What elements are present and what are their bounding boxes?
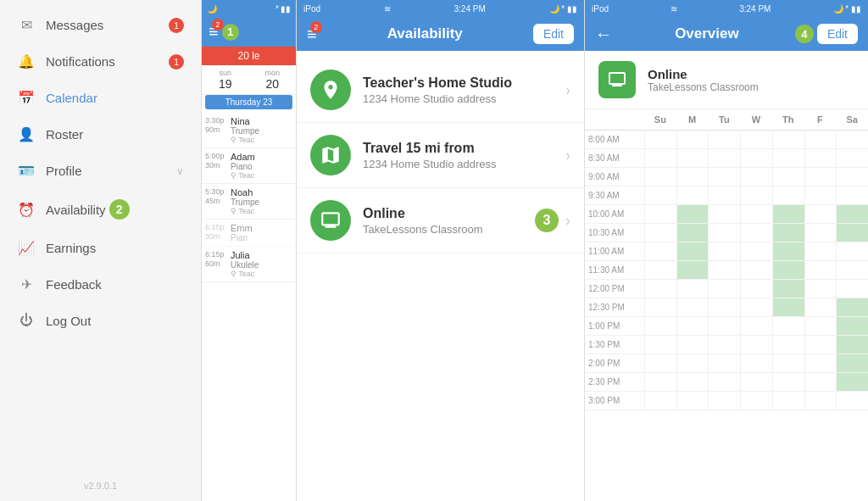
grid-cell xyxy=(836,317,868,335)
calendar-phone: 🌙 * ▮▮ ≡ 2 1 20 le sun 19 mon 20 Thursda… xyxy=(202,0,297,501)
step1-badge: 1 xyxy=(222,24,239,41)
grid-cell xyxy=(644,186,676,204)
sidebar-nav: ✉ Messages 1 🔔 Notifications 1 📅 Calenda… xyxy=(0,0,201,470)
overview-time-label: 3:24 PM xyxy=(739,4,771,14)
calendar-days-header: sun 19 mon 20 xyxy=(202,65,296,95)
grid-cell xyxy=(676,224,709,242)
grid-cell xyxy=(772,317,804,335)
grid-day-m: M xyxy=(676,113,709,126)
grid-cell xyxy=(644,280,676,298)
bell-icon: 🔔 xyxy=(17,53,36,70)
calendar-entry-nina[interactable]: 3:30p90m Nina Trumpe ⚲ Teac xyxy=(202,113,296,148)
calendar-entry-emma[interactable]: 6:15p30m Emm Pian xyxy=(202,220,296,247)
grid-cell xyxy=(708,242,740,260)
grid-cell xyxy=(676,392,709,409)
home-studio-subtitle: 1234 Home Studio address xyxy=(363,92,565,105)
time-label: 9:00 AM xyxy=(585,168,644,186)
back-button[interactable]: ← xyxy=(595,25,612,44)
wifi-icon: ≋ xyxy=(384,4,391,14)
sidebar-item-availability[interactable]: ⏰ Availability 2 xyxy=(0,189,201,230)
sidebar-item-profile[interactable]: 🪪 Profile ∨ xyxy=(0,153,201,189)
availability-menu-badge: 2 xyxy=(310,21,322,33)
person-icon: 👤 xyxy=(17,126,36,142)
step2-badge: 2 xyxy=(109,199,130,220)
grid-cell xyxy=(804,354,837,372)
grid-cell xyxy=(772,392,804,409)
grid-row: 8:00 AM xyxy=(585,131,868,149)
availability-item-home-studio[interactable]: Teacher's Home Studio 1234 Home Studio a… xyxy=(297,58,584,123)
grid-cell xyxy=(708,186,740,204)
time-label: 12:00 PM xyxy=(585,280,644,298)
sidebar-item-calendar[interactable]: 📅 Calendar xyxy=(0,80,201,116)
grid-cell xyxy=(836,205,868,223)
availability-list: Teacher's Home Studio 1234 Home Studio a… xyxy=(297,51,584,501)
grid-cell xyxy=(708,131,740,148)
home-studio-title: Teacher's Home Studio xyxy=(363,75,565,91)
mail-icon: ✉ xyxy=(17,17,36,33)
grid-day-w: W xyxy=(740,113,772,126)
grid-cell xyxy=(644,168,676,186)
grid-cell xyxy=(644,317,676,335)
calendar-entry-adam[interactable]: 5:00p30m Adam Piano ⚲ Teac xyxy=(202,148,296,184)
grid-cell xyxy=(708,373,740,391)
sidebar-item-roster[interactable]: 👤 Roster xyxy=(0,116,201,153)
monitor-icon-wrap xyxy=(310,200,351,241)
grid-day-tu: Tu xyxy=(708,113,740,126)
travel-chevron: › xyxy=(565,147,570,164)
grid-cell xyxy=(676,298,709,316)
version-label: v2.9.0.1 xyxy=(0,470,201,501)
overview-header: ← Overview 4 Edit xyxy=(585,17,868,51)
availability-edit-button[interactable]: Edit xyxy=(533,24,574,44)
grid-cell xyxy=(836,336,868,353)
step4-badge: 4 xyxy=(795,25,814,43)
time-label: 11:30 AM xyxy=(585,261,644,279)
availability-item-travel[interactable]: Travel 15 mi from 1234 Home Studio addre… xyxy=(297,123,584,188)
grid-cell xyxy=(644,242,676,260)
calendar-status-bar: 🌙 * ▮▮ xyxy=(202,0,296,17)
grid-cell xyxy=(804,224,837,242)
overview-location-subtitle: TakeLessons Classroom xyxy=(648,81,759,93)
grid-cell xyxy=(676,168,709,186)
travel-title: Travel 15 mi from xyxy=(363,141,565,156)
grid-cell xyxy=(740,205,772,223)
availability-item-online[interactable]: Online TakeLessons Classroom 3 › xyxy=(297,188,584,253)
hamburger-menu-btn[interactable]: ≡ 2 xyxy=(209,22,219,42)
availability-menu-btn[interactable]: ≡ 2 xyxy=(307,25,317,44)
sidebar-item-notifications[interactable]: 🔔 Notifications 1 xyxy=(0,43,201,80)
chart-icon: 📈 xyxy=(17,240,36,256)
sidebar-item-messages[interactable]: ✉ Messages 1 xyxy=(0,7,201,43)
grid-cell xyxy=(708,280,740,298)
sidebar-item-feedback[interactable]: ✈ Feedback xyxy=(0,266,201,303)
messages-badge: 1 xyxy=(169,18,184,33)
grid-cell xyxy=(836,131,868,148)
grid-row: 10:30 AM xyxy=(585,224,868,242)
thursday-bar[interactable]: Thursday 23 xyxy=(205,95,292,109)
send-icon: ✈ xyxy=(17,276,36,292)
calendar-entries: 3:30p90m Nina Trumpe ⚲ Teac 5:00p30m Ada… xyxy=(202,113,296,501)
logout-icon: ⏻ xyxy=(17,313,36,328)
grid-row: 2:00 PM xyxy=(585,354,868,373)
grid-day-su: Su xyxy=(644,113,676,126)
grid-cell xyxy=(804,205,837,223)
calendar-entry-julia[interactable]: 6:15p60m Julia Ukulele ⚲ Teac xyxy=(202,247,296,282)
availability-header: ≡ 2 Availability Edit xyxy=(297,17,584,51)
grid-cell xyxy=(836,280,868,298)
ipod-label: iPod xyxy=(303,4,320,14)
time-label: 2:00 PM xyxy=(585,354,644,372)
grid-cell xyxy=(676,242,709,260)
battery-icon: ▮▮ xyxy=(281,4,291,14)
sidebar-item-logout[interactable]: ⏻ Log Out xyxy=(0,303,201,338)
calendar-header: ≡ 2 1 xyxy=(202,17,296,47)
menu-badge: 2 xyxy=(212,19,224,31)
grid-cell xyxy=(740,280,772,298)
grid-cell xyxy=(644,205,676,223)
online-title: Online xyxy=(363,206,535,221)
grid-cell xyxy=(644,336,676,353)
sidebar-item-earnings[interactable]: 📈 Earnings xyxy=(0,230,201,266)
grid-header: Su M Tu W Th F Sa xyxy=(585,109,868,131)
calendar-entry-noah[interactable]: 5:30p45m Noah Trumpe ⚲ Teac xyxy=(202,184,296,220)
overview-edit-button[interactable]: Edit xyxy=(817,24,858,44)
time-label: 11:00 AM xyxy=(585,242,644,260)
grid-cell xyxy=(644,224,676,242)
grid-cell xyxy=(644,261,676,279)
